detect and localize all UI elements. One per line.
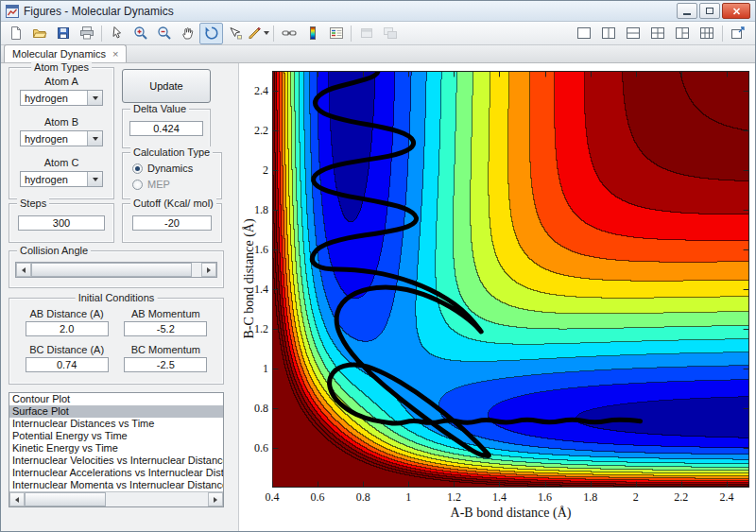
hscroll-thumb[interactable] — [25, 492, 106, 506]
steps-field[interactable] — [18, 215, 105, 231]
hscroll-right-arrow[interactable] — [208, 492, 223, 506]
tab-bar: Molecular Dynamics × — [1, 45, 755, 63]
ab-distance-field[interactable] — [26, 321, 109, 336]
slider-left-arrow[interactable] — [16, 263, 31, 277]
radio-dynamics-dot[interactable] — [132, 163, 143, 174]
slider-track[interactable] — [192, 263, 201, 277]
slider-right-arrow[interactable] — [201, 263, 216, 277]
atom-c-dropdown[interactable]: hydrogen — [20, 171, 103, 187]
slider-thumb[interactable] — [31, 263, 192, 277]
x-tick-label: 0.4 — [266, 490, 280, 505]
figures-window: Figures - Molecular Dynamics Molecular D… — [0, 0, 756, 532]
open-file-button[interactable] — [27, 23, 51, 44]
listbox-hscrollbar[interactable] — [9, 491, 223, 506]
zoom-in-icon — [133, 26, 148, 41]
dock-window-icon — [383, 26, 398, 41]
plot-type-list-item[interactable]: Internuclear Distances vs Time — [9, 418, 223, 430]
cutoff-field[interactable] — [132, 215, 212, 231]
initial-conditions-panel: Initial Conditions AB Distance (A) AB Mo… — [9, 298, 224, 385]
y-tick-label: 0.8 — [239, 402, 268, 416]
rotate-3d-button[interactable] — [199, 23, 223, 44]
plot-type-list-item[interactable]: Internuclear Accelerations vs Internucle… — [9, 467, 223, 479]
restore-icon — [706, 8, 713, 14]
data-cursor-button[interactable] — [223, 23, 247, 44]
bc-distance-label: BC Distance (A) — [26, 344, 109, 355]
left-arrow-icon — [15, 497, 19, 503]
tile-2-vertical-icon — [601, 26, 616, 41]
atom-a-dropdown[interactable]: hydrogen — [20, 90, 103, 106]
atom-c-dropdown-arrow-icon[interactable] — [87, 172, 102, 186]
atom-types-title: Atom Types — [31, 61, 92, 73]
collision-angle-slider[interactable] — [15, 262, 217, 278]
tile-left-main-button[interactable] — [670, 23, 695, 44]
plot-type-list-item[interactable]: Surface Plot — [9, 405, 223, 418]
undock-figure-button[interactable] — [726, 23, 750, 44]
restore-button[interactable] — [699, 3, 720, 19]
new-figure-icon — [9, 26, 24, 41]
print-figure-button[interactable] — [75, 23, 98, 44]
link-plots-button[interactable] — [277, 23, 301, 44]
brush-dropdown-arrow-icon[interactable] — [264, 31, 269, 35]
bc-momentum-field[interactable] — [124, 357, 207, 372]
bc-distance-field[interactable] — [26, 357, 109, 372]
controls-panel: Atom Types Atom A hydrogen Atom B hydrog… — [1, 63, 239, 531]
tile-4-button[interactable] — [645, 23, 670, 44]
atom-a-dropdown-arrow-icon[interactable] — [87, 91, 102, 105]
close-button[interactable] — [722, 3, 750, 19]
radio-mep[interactable]: MEP — [132, 179, 221, 190]
toolbar-separator — [722, 26, 723, 42]
radio-dynamics[interactable]: Dynamics — [132, 163, 221, 174]
update-button[interactable]: Update — [122, 69, 211, 103]
delta-value-panel: Delta Value — [122, 109, 211, 148]
float-window-button[interactable] — [354, 23, 378, 44]
ab-momentum-field[interactable] — [124, 321, 207, 336]
radio-mep-dot[interactable] — [132, 180, 143, 190]
cutoff-panel: Cutoff (Kcal/ mol) — [122, 203, 222, 243]
insert-colorbar-button[interactable] — [301, 23, 324, 44]
plot-type-list-item[interactable]: Internuclear Velocities vs Internuclear … — [9, 455, 223, 467]
plot-type-listbox[interactable]: Contour PlotSurface PlotInternuclear Dis… — [9, 392, 224, 507]
pan-button[interactable] — [176, 23, 199, 44]
plot-type-list-item[interactable]: Kinetic Energy vs Time — [9, 442, 223, 455]
tab-molecular-dynamics[interactable]: Molecular Dynamics × — [4, 44, 127, 62]
tab-close-icon[interactable]: × — [112, 49, 118, 59]
figure-app-icon — [6, 5, 19, 18]
x-tick-label: 0.8 — [356, 490, 370, 505]
zoom-out-button[interactable] — [152, 23, 176, 44]
minimize-icon — [683, 13, 691, 15]
pan-icon — [180, 26, 196, 41]
brush-button[interactable] — [247, 23, 270, 44]
title-bar[interactable]: Figures - Molecular Dynamics — [1, 1, 755, 22]
minimize-button[interactable] — [677, 3, 697, 19]
cutoff-title: Cutoff (Kcal/ mol) — [130, 197, 216, 209]
plot-type-list-item[interactable]: Potential Energy vs Time — [9, 430, 223, 442]
hscroll-left-arrow[interactable] — [9, 492, 25, 506]
atom-c-label: Atom C — [9, 157, 113, 168]
hscroll-track[interactable] — [106, 492, 208, 506]
save-figure-button[interactable] — [51, 23, 75, 44]
new-figure-button[interactable] — [4, 23, 27, 44]
zoom-in-button[interactable] — [129, 23, 152, 44]
plot-type-list-item[interactable]: Contour Plot — [9, 393, 223, 405]
atom-b-dropdown[interactable]: hydrogen — [20, 130, 103, 146]
tile-4-icon — [650, 26, 665, 41]
y-tick-label: 2 — [239, 163, 268, 178]
print-figure-icon — [79, 26, 94, 41]
tile-grid-button[interactable] — [695, 23, 719, 44]
contour-plot-canvas[interactable] — [272, 71, 749, 488]
tile-2-horizontal-button[interactable] — [621, 23, 645, 44]
plot-type-list-item[interactable]: Internuclear Momenta vs Internuclear Dis… — [9, 479, 223, 491]
edit-plot-button[interactable] — [105, 23, 129, 44]
atom-types-panel: Atom Types Atom A hydrogen Atom B hydrog… — [9, 67, 114, 199]
dock-window-button[interactable] — [378, 23, 402, 44]
atom-b-label: Atom B — [9, 116, 113, 128]
x-tick-label: 1.2 — [447, 490, 461, 505]
radio-mep-label: MEP — [147, 179, 170, 190]
tile-single-button[interactable] — [572, 23, 596, 44]
insert-legend-button[interactable] — [324, 23, 348, 44]
undock-figure-icon — [730, 26, 746, 41]
delta-value-field[interactable] — [129, 121, 203, 136]
x-tick-label: 1.4 — [492, 490, 507, 505]
tile-2-vertical-button[interactable] — [596, 23, 621, 44]
atom-b-dropdown-arrow-icon[interactable] — [87, 131, 102, 146]
